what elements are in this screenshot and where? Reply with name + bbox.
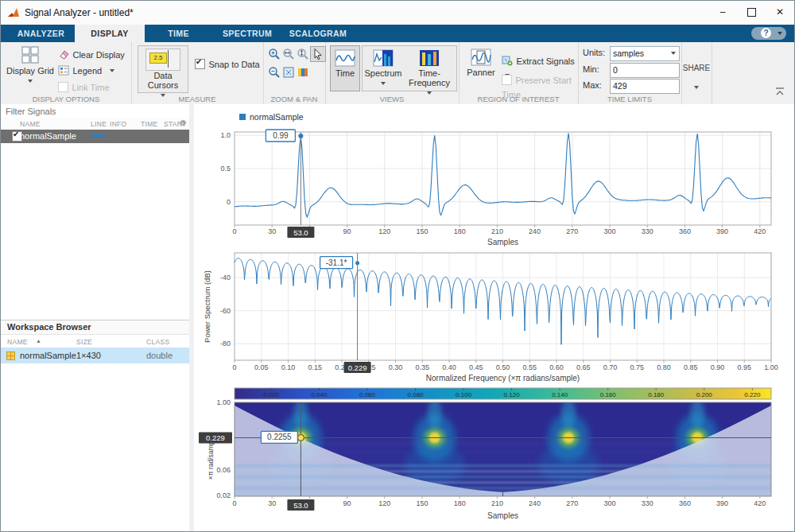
checkbox-icon <box>58 82 68 92</box>
panner-button[interactable]: Panner <box>463 45 498 77</box>
tab-spectrum[interactable]: SPECTRUM <box>212 25 282 42</box>
pan-heatmap-icon[interactable] <box>297 66 309 79</box>
chevron-down-icon <box>694 86 699 89</box>
title-bar: Signal Analyzer - untitled* – ✕ <box>1 1 794 25</box>
max-input[interactable]: 429 <box>610 79 680 94</box>
matlab-icon <box>7 7 20 18</box>
time-plot[interactable]: normalSample0306090120150180210240270300… <box>194 104 795 249</box>
colorbar-tick: 0.060 <box>359 391 376 398</box>
zoom-out-icon[interactable] <box>268 66 281 79</box>
cursor-marker[interactable] <box>298 134 303 138</box>
svg-text:0.2255: 0.2255 <box>267 433 292 441</box>
time-view-icon <box>335 49 355 67</box>
tab-time[interactable]: TIME <box>145 25 212 42</box>
colorbar-tick: 0.220 <box>744 391 761 398</box>
spectrum-plot[interactable]: 00.050.100.150.200.250.300.350.400.450.5… <box>194 246 795 384</box>
zoom-y-icon[interactable] <box>297 48 309 60</box>
colorbar-tick: 0.140 <box>552 391 568 398</box>
gear-icon[interactable]: ⚙ <box>180 118 187 127</box>
units-select[interactable]: samples <box>610 46 680 61</box>
y-tick: 0.02 <box>216 491 231 499</box>
x-tick: 120 <box>378 499 390 507</box>
x-tick: 30 <box>268 227 276 235</box>
section-roi: Panner Extract Signals Preserve Start Ti… <box>459 42 579 104</box>
zoom-x-icon[interactable] <box>282 48 295 60</box>
chevron-down-icon <box>110 69 114 72</box>
tab-scalogram[interactable]: SCALOGRAM <box>282 25 354 42</box>
link-time-checkbox[interactable]: Link Time <box>58 80 110 94</box>
x-tick: 300 <box>604 227 616 235</box>
display-area: normalSample0306090120150180210240270300… <box>194 104 794 531</box>
max-label: Max: <box>583 80 602 90</box>
svg-text:53.0: 53.0 <box>293 501 308 510</box>
clear-display-icon <box>58 49 69 60</box>
x-tick: 210 <box>491 227 503 235</box>
x-tick: 0.90 <box>711 363 725 371</box>
tab-display[interactable]: DISPLAY <box>75 25 145 42</box>
views-group: Spectrum Time-Frequency <box>362 45 457 91</box>
data-cursors-button[interactable]: 2.5 Data Cursors <box>138 45 188 93</box>
minimize-button[interactable]: – <box>708 1 737 24</box>
time-view-button[interactable]: Time <box>330 45 360 91</box>
colorbar-tick: 0.080 <box>408 391 425 398</box>
scalogram-plot[interactable]: 0.0200.0400.0600.0800.1000.1200.1400.160… <box>194 385 795 531</box>
x-tick: 420 <box>754 227 766 235</box>
scalogram-image[interactable] <box>235 399 771 497</box>
time-frequency-view-button[interactable]: Time-Frequency <box>404 46 455 97</box>
line-color-swatch <box>91 134 105 138</box>
filter-signals-input[interactable] <box>1 104 194 118</box>
colorbar-tick: 0.020 <box>263 391 280 398</box>
zoom-in-icon[interactable] <box>268 48 281 60</box>
x-tick: 0.95 <box>737 363 751 371</box>
section-views: Time Spectrum <box>325 42 460 104</box>
snap-to-data-checkbox[interactable]: Snap to Data <box>195 56 260 71</box>
cursor-marker[interactable] <box>355 261 359 265</box>
close-button[interactable]: ✕ <box>766 1 794 24</box>
x-tick: 240 <box>529 227 541 235</box>
signal-panel: NAME LINE INFO TIME START ⚙ normalSample… <box>1 104 190 531</box>
maximize-button[interactable] <box>737 1 766 24</box>
y-tick: 1.0 <box>220 131 231 139</box>
variable-icon <box>6 351 15 360</box>
section-time-limits: Units: samples Min: 0 Max: 429 TIME LIMI… <box>578 42 682 104</box>
window-title: Signal Analyzer - untitled* <box>25 7 134 18</box>
legend-button[interactable]: Legend <box>58 63 114 77</box>
x-tick: 0.10 <box>281 363 296 371</box>
signals-table-header: NAME LINE INFO TIME START ⚙ <box>1 118 189 130</box>
y-tick: -40 <box>220 274 231 282</box>
workspace-row-normalsample[interactable]: normalSample 1×430 double <box>1 348 189 363</box>
legend-swatch <box>239 114 246 120</box>
ecg-series[interactable] <box>235 134 771 217</box>
x-tick: 0.65 <box>576 363 591 371</box>
x-tick: 330 <box>642 227 653 235</box>
ribbon: Display Grid Clear Display <box>1 42 794 105</box>
display-grid-button[interactable]: Display Grid <box>6 45 55 85</box>
y-axis-label: Power Spectrum (dB) <box>203 270 211 343</box>
legend-label: normalSample <box>250 112 304 122</box>
display-grid-icon <box>21 45 40 64</box>
help-button[interactable]: ? <box>751 27 786 40</box>
x-tick: 0.75 <box>630 363 644 371</box>
workspace-browser-title: Workspace Browser <box>1 320 189 335</box>
pointer-icon <box>312 48 324 60</box>
x-tick: 240 <box>529 499 541 507</box>
y-tick: 1.00 <box>216 398 231 406</box>
workspace-table-header: NAME ▲ SIZE CLASS <box>1 335 189 348</box>
collapse-ribbon-icon[interactable] <box>774 87 786 96</box>
min-input[interactable]: 0 <box>610 63 680 78</box>
pointer-tool-button[interactable] <box>310 46 326 62</box>
x-tick: 0.80 <box>657 363 671 371</box>
cursor-marker[interactable] <box>297 434 304 441</box>
signal-row-normalsample[interactable]: normalSample <box>1 130 189 143</box>
x-tick: 0 <box>232 363 236 371</box>
x-tick: 0 <box>232 499 236 507</box>
x-tick: 0 <box>232 227 236 235</box>
x-tick: 30 <box>268 499 276 507</box>
tab-analyzer[interactable]: ANALYZER <box>7 25 75 42</box>
spectrum-view-button[interactable]: Spectrum <box>363 46 404 87</box>
x-tick: 0.55 <box>522 363 537 371</box>
share-button[interactable]: SHARE <box>681 63 712 91</box>
fit-view-icon[interactable] <box>282 66 295 79</box>
x-tick: 360 <box>679 227 691 235</box>
time-frequency-view-icon <box>419 49 440 67</box>
